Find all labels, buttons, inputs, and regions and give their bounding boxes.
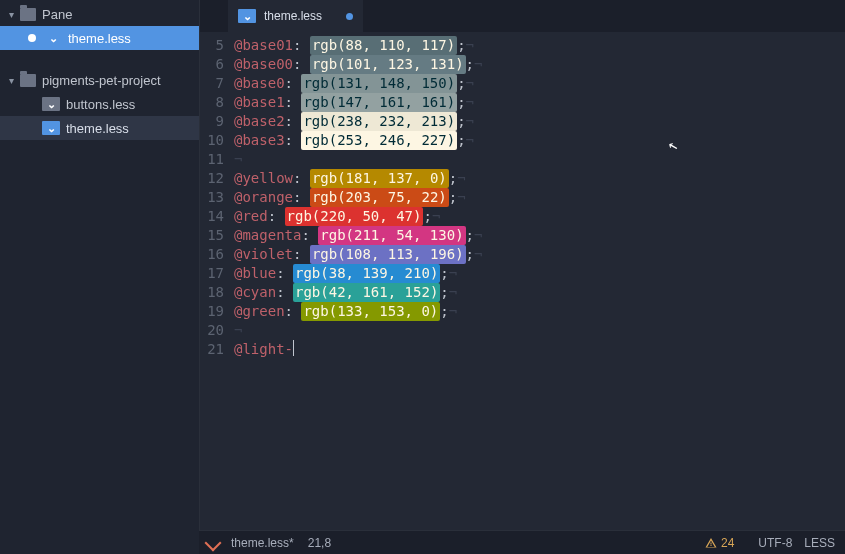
status-bar: theme.less* 21,8 24 UTF-8 LESS [199, 530, 845, 554]
warning-icon [705, 537, 717, 549]
code-line[interactable]: @orange: rgb(203, 75, 22);¬ [234, 188, 845, 207]
less-file-icon [42, 121, 60, 135]
code-line[interactable]: @yellow: rgb(181, 137, 0);¬ [234, 169, 845, 188]
file-name-label: theme.less [66, 121, 129, 136]
warning-count: 24 [721, 536, 734, 550]
modified-dot-icon [346, 13, 353, 20]
file-tree-item[interactable]: buttons.less [0, 92, 199, 116]
folder-icon [20, 8, 36, 21]
less-file-icon [238, 9, 256, 23]
pane-label: Pane [42, 7, 72, 22]
less-file-icon [44, 31, 62, 45]
code-line[interactable]: @cyan: rgb(42, 161, 152);¬ [234, 283, 845, 302]
code-line[interactable]: @red: rgb(220, 50, 47);¬ [234, 207, 845, 226]
file-tree-item[interactable]: theme.less [0, 116, 199, 140]
status-encoding[interactable]: UTF-8 [758, 536, 792, 550]
tab-theme-less[interactable]: theme.less [228, 0, 363, 32]
code-line[interactable]: @base01: rgb(88, 110, 117);¬ [234, 36, 845, 55]
code-line[interactable]: ¬ [234, 150, 845, 169]
code-line[interactable]: @green: rgb(133, 153, 0);¬ [234, 302, 845, 321]
code-line[interactable]: @magenta: rgb(211, 54, 130);¬ [234, 226, 845, 245]
status-language[interactable]: LESS [804, 536, 835, 550]
code-line[interactable]: @blue: rgb(38, 139, 210);¬ [234, 264, 845, 283]
code-editor[interactable]: 56789101112131415161718192021 @base01: r… [200, 32, 845, 530]
status-filename[interactable]: theme.less* [231, 536, 294, 550]
code-line[interactable]: ¬ [234, 321, 845, 340]
file-name-label: buttons.less [66, 97, 135, 112]
code-line[interactable]: @base1: rgb(147, 161, 161);¬ [234, 93, 845, 112]
code-line[interactable]: @base2: rgb(238, 232, 213);¬ [234, 112, 845, 131]
status-warnings[interactable]: 24 [705, 536, 734, 550]
sidebar-section-pane[interactable]: ▾ Pane [0, 2, 199, 26]
pane-open-file-label: theme.less [68, 31, 131, 46]
chevron-down-icon: ▾ [6, 9, 16, 20]
project-name-label: pigments-pet-project [42, 73, 161, 88]
less-file-icon [42, 97, 60, 111]
sidebar: ▾ Pane theme.less ▾ pigments-pet-project… [0, 0, 199, 530]
pane-open-file[interactable]: theme.less [0, 26, 199, 50]
git-icon[interactable] [205, 534, 222, 551]
code-content[interactable]: @base01: rgb(88, 110, 117);¬@base00: rgb… [230, 32, 845, 530]
code-line[interactable]: @base00: rgb(101, 123, 131);¬ [234, 55, 845, 74]
code-line[interactable]: @light- [234, 340, 845, 359]
gutter: 56789101112131415161718192021 [200, 32, 230, 530]
chevron-down-icon: ▾ [6, 75, 16, 86]
code-line[interactable]: @violet: rgb(108, 113, 196);¬ [234, 245, 845, 264]
sidebar-project-root[interactable]: ▾ pigments-pet-project [0, 68, 199, 92]
modified-dot-icon [28, 34, 36, 42]
code-line[interactable]: @base3: rgb(253, 246, 227);¬ [234, 131, 845, 150]
status-cursor-position[interactable]: 21,8 [308, 536, 331, 550]
tab-bar: theme.less [200, 0, 845, 32]
tab-title: theme.less [264, 9, 322, 23]
code-line[interactable]: @base0: rgb(131, 148, 150);¬ [234, 74, 845, 93]
folder-icon [20, 74, 36, 87]
